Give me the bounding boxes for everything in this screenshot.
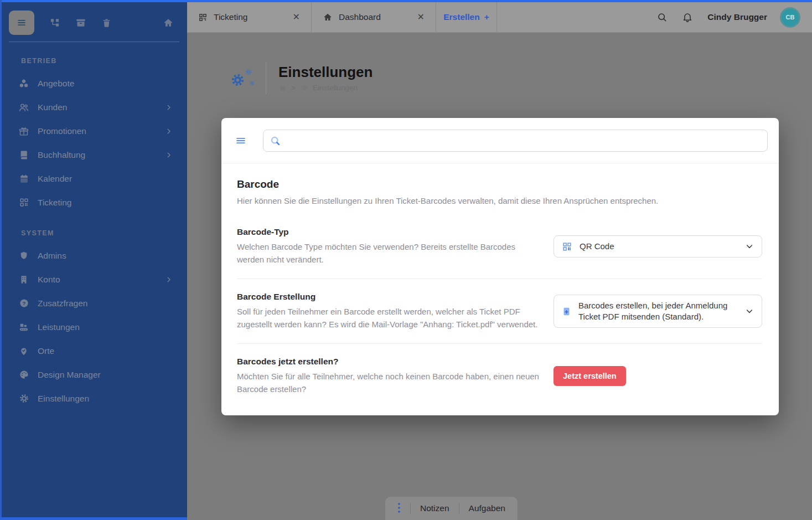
svg-text:?: ? bbox=[22, 300, 25, 306]
setting-label: Barcode-Typ bbox=[237, 227, 540, 237]
avatar[interactable]: CB bbox=[782, 9, 799, 26]
window-accent-top bbox=[0, 0, 812, 2]
sidebar-item-label: Buchhaltung bbox=[38, 150, 85, 160]
sidebar-item-orte[interactable]: Orte bbox=[0, 339, 187, 363]
settings-gears-icon bbox=[230, 67, 254, 89]
modal-header bbox=[221, 118, 779, 163]
menu-icon bbox=[16, 17, 27, 28]
sidebar-section-betrieb: BETRIEB bbox=[0, 42, 187, 71]
tab-dashboard[interactable]: Dashboard ✕ bbox=[312, 2, 436, 32]
sidebar-item-label: Orte bbox=[38, 346, 54, 356]
search-input[interactable] bbox=[286, 136, 761, 146]
jetzt-erstellen-button[interactable]: Jetzt erstellen bbox=[554, 366, 626, 386]
shield-icon bbox=[18, 251, 30, 261]
tab-notizen[interactable]: Notizen bbox=[420, 503, 449, 513]
sidebar-item-design-manager[interactable]: Design Manager bbox=[0, 363, 187, 387]
setting-label: Barcode Erstellung bbox=[237, 292, 540, 302]
setting-row-barcode-erstellung: Barcode Erstellung Soll für jeden Teilne… bbox=[237, 279, 762, 343]
plus-icon: + bbox=[484, 12, 489, 22]
setting-description: Möchten Sie für alle Teilnehmer, welche … bbox=[237, 370, 540, 395]
sidebar-item-konto[interactable]: Konto bbox=[0, 267, 187, 291]
menu-toggle-button[interactable] bbox=[9, 11, 34, 35]
tab-aufgaben[interactable]: Aufgaben bbox=[469, 503, 505, 513]
home-icon[interactable] bbox=[163, 17, 174, 28]
sidebar-item-label: Promotionen bbox=[38, 126, 86, 136]
section-subtitle: Hier können Sie die Einstellungen zu Ihr… bbox=[237, 196, 762, 205]
services-icon bbox=[18, 322, 30, 333]
gear-icon bbox=[18, 393, 30, 404]
window-accent-left bbox=[0, 0, 2, 520]
sidebar-item-einstellungen[interactable]: Einstellungen bbox=[0, 387, 187, 410]
gift-icon bbox=[18, 126, 30, 137]
sitemap-icon[interactable] bbox=[49, 17, 60, 28]
section-title: Barcode bbox=[237, 178, 762, 191]
setting-row-barcodes-jetzt-erstellen: Barcodes jetzt erstellen? Möchten Sie fü… bbox=[237, 343, 762, 408]
setting-description: Welchen Barcode Type möchten Sie verwend… bbox=[237, 241, 540, 266]
topbar-actions: Cindy Brugger CB bbox=[656, 2, 812, 32]
header-divider bbox=[266, 62, 266, 94]
kebab-icon[interactable] bbox=[397, 502, 401, 515]
topbar: Ticketing ✕ Dashboard ✕ Erstellen + Cind… bbox=[187, 2, 812, 33]
footer-tabs: Notizen Aufgaben bbox=[385, 497, 518, 520]
setting-row-barcode-typ: Barcode-Typ Welchen Barcode Type möchten… bbox=[237, 214, 762, 279]
sidebar-item-label: Ticketing bbox=[38, 198, 71, 208]
sidebar-item-label: Kunden bbox=[38, 102, 67, 112]
sidebar: BETRIEB Angebote Kunden Promotionen Buch… bbox=[0, 2, 187, 520]
sidebar-item-angebote[interactable]: Angebote bbox=[0, 71, 187, 95]
book-icon bbox=[18, 150, 30, 161]
gear-icon bbox=[301, 84, 308, 91]
sidebar-item-kalender[interactable]: Kalender bbox=[0, 167, 187, 191]
sidebar-item-ticketing[interactable]: Ticketing bbox=[0, 191, 187, 214]
sidebar-item-leistungen[interactable]: Leistungen bbox=[0, 315, 187, 339]
modal-search-box[interactable] bbox=[263, 130, 768, 152]
close-icon[interactable]: ✕ bbox=[293, 13, 300, 22]
search-icon[interactable] bbox=[656, 12, 668, 23]
menu-icon[interactable] bbox=[235, 135, 247, 147]
palette-icon bbox=[18, 369, 30, 380]
close-icon[interactable]: ✕ bbox=[417, 13, 425, 22]
tab-label: Ticketing bbox=[214, 12, 247, 22]
settings-modal: Barcode Hier können Sie die Einstellunge… bbox=[221, 118, 779, 415]
window-accent-bottom bbox=[0, 517, 187, 520]
archive-icon[interactable] bbox=[75, 17, 86, 28]
sidebar-item-label: Admins bbox=[38, 251, 66, 261]
sidebar-item-admins[interactable]: Admins bbox=[0, 244, 187, 267]
select-value: Barcodes erstellen, bei jeder Anmeldung … bbox=[578, 300, 738, 323]
sidebar-item-label: Zusatzfragen bbox=[38, 298, 87, 308]
chevron-down-icon bbox=[745, 307, 754, 316]
footer-divider bbox=[459, 503, 459, 514]
chevron-right-icon bbox=[165, 151, 173, 159]
chevron-right-icon bbox=[165, 127, 173, 135]
sidebar-item-label: Design Manager bbox=[38, 370, 101, 380]
question-icon: ? bbox=[18, 298, 30, 308]
sidebar-item-promotionen[interactable]: Promotionen bbox=[0, 119, 187, 143]
barcode-typ-select[interactable]: QR Code bbox=[554, 235, 762, 258]
sidebar-item-label: Angebote bbox=[38, 79, 74, 89]
trash-icon[interactable] bbox=[101, 18, 112, 28]
home-icon[interactable] bbox=[278, 84, 286, 92]
footer-divider bbox=[410, 503, 411, 514]
modal-body: Barcode Hier können Sie die Einstellunge… bbox=[221, 163, 779, 408]
location-pin-icon bbox=[18, 346, 30, 356]
sidebar-item-label: Einstellungen bbox=[38, 394, 89, 404]
page-title: Einstellungen bbox=[278, 64, 373, 80]
chevron-down-icon bbox=[745, 242, 754, 251]
home-icon bbox=[323, 12, 333, 22]
qr-icon bbox=[562, 241, 572, 252]
tab-label: Dashboard bbox=[339, 12, 381, 22]
qr-icon bbox=[18, 197, 30, 208]
setting-label: Barcodes jetzt erstellen? bbox=[237, 357, 540, 367]
page-header: Einstellungen > Einstellungen bbox=[230, 62, 373, 94]
barcode-erstellung-select[interactable]: Barcodes erstellen, bei jeder Anmeldung … bbox=[554, 295, 762, 328]
tab-ticketing[interactable]: Ticketing ✕ bbox=[187, 2, 312, 32]
tab-erstellen[interactable]: Erstellen + bbox=[436, 2, 497, 32]
sidebar-item-label: Leistungen bbox=[38, 322, 80, 332]
user-name[interactable]: Cindy Brugger bbox=[707, 12, 767, 22]
select-value: QR Code bbox=[580, 241, 614, 252]
sidebar-item-buchhaltung[interactable]: Buchhaltung bbox=[0, 143, 187, 167]
breadcrumb-current: Einstellungen bbox=[313, 84, 358, 92]
sidebar-toolbar bbox=[0, 2, 187, 42]
bell-icon[interactable] bbox=[682, 12, 693, 23]
sidebar-item-zusatzfragen[interactable]: ? Zusatzfragen bbox=[0, 291, 187, 315]
sidebar-item-kunden[interactable]: Kunden bbox=[0, 95, 187, 119]
